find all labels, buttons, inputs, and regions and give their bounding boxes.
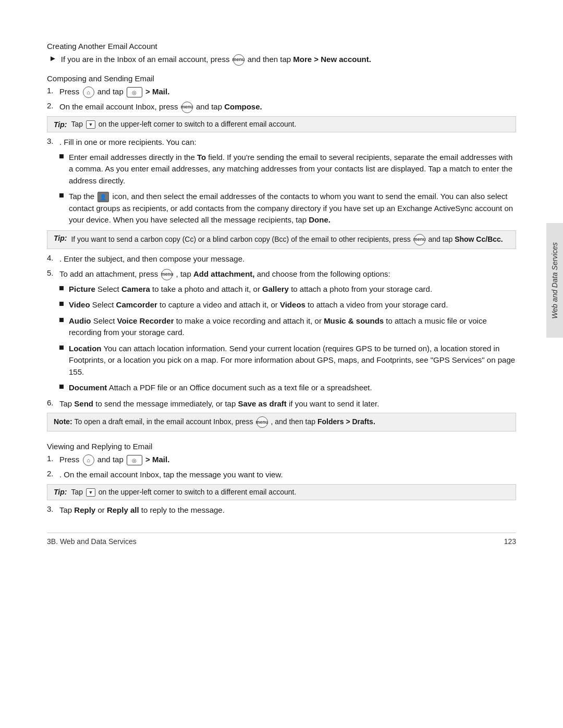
tip2-text: If you want to send a carbon copy (Cc) o…: [71, 234, 503, 245]
att-audio-text: Audio Select Voice Recorder to make a vo…: [69, 315, 516, 339]
sq-bullet-audio-icon: [59, 318, 64, 322]
mail-label: > Mail.: [145, 87, 169, 96]
viewing-step3-text: Tap Reply or Reply all to reply to the m…: [59, 504, 225, 516]
tip-box-2: Tip: If you want to send a carbon copy (…: [47, 230, 516, 249]
viewing-step2-num: 2.: [47, 469, 59, 478]
sub-bullet-1-text: Enter email addresses directly in the To…: [69, 152, 516, 187]
att-audio-item: Audio Select Voice Recorder to make a vo…: [59, 315, 516, 339]
section-composing-heading: Composing and Sending Email: [47, 74, 516, 83]
sq-bullet-location-icon: [59, 346, 64, 350]
step5-text: To add an attachment, press menu , tap A…: [59, 268, 390, 280]
note-text: To open a draft email, in the email acco…: [74, 417, 375, 426]
composing-step1: 1. Press ⌂ and tap ◎ > Mail.: [47, 86, 516, 98]
contact-person-icon: 👤: [97, 192, 109, 202]
tip2-label: Tip:: [54, 234, 67, 242]
creating-email-text: If you are in the Inbox of an email acco…: [61, 54, 371, 66]
att-location-item: Location You can attach location informa…: [59, 343, 516, 378]
home-button-icon: ⌂: [83, 87, 94, 98]
tip3-label: Tip:: [54, 488, 67, 496]
side-tab-text: Web and Data Services: [550, 242, 559, 319]
viewing-step1-text: Press ⌂ and tap ◎ > Mail.: [59, 454, 169, 466]
step4-num: 4.: [47, 253, 59, 262]
step3-num: 3.: [47, 137, 59, 145]
viewing-heading-text: Viewing and Replying to Email: [47, 442, 152, 451]
sub-bullets-list: Enter email addresses directly in the To…: [59, 152, 516, 226]
menu-button3-icon: menu: [414, 234, 425, 245]
sub-bullet-2-text: Tap the 👤 icon, and then select the emai…: [69, 191, 516, 226]
section-creating-heading: Creating Another Email Account: [47, 42, 516, 51]
sq-bullet-video-icon: [59, 302, 64, 306]
composing-step2: 2. On the email account Inbox, press men…: [47, 101, 516, 113]
composing-step3: 3. . Fill in one or more recipients. You…: [47, 137, 516, 149]
att-document-item: Document Attach a PDF file or an Office …: [59, 382, 516, 394]
step6-num: 6.: [47, 398, 59, 407]
compose-label: Compose.: [224, 102, 262, 111]
step2-num: 2.: [47, 101, 59, 110]
step1-text: Press ⌂ and tap ◎ > Mail.: [59, 86, 169, 98]
att-document-text: Document Attach a PDF file or an Office …: [69, 382, 516, 394]
att-picture-item: Picture Select Camera to take a photo an…: [59, 283, 516, 295]
square-bullet-icon-1: [59, 154, 64, 158]
sq-bullet-picture-icon: [59, 286, 64, 290]
composing-step6: 6. Tap Send to send the message immediat…: [47, 398, 516, 410]
att-video-item: Video Select Camcorder to capture a vide…: [59, 299, 516, 311]
step5-num: 5.: [47, 268, 59, 277]
section-viewing-heading: Viewing and Replying to Email: [47, 442, 516, 451]
sub-bullet-2: Tap the 👤 icon, and then select the emai…: [59, 191, 516, 226]
step3-text: . Fill in one or more recipients. You ca…: [59, 137, 197, 149]
viewing-step1: 1. Press ⌂ and tap ◎ > Mail.: [47, 454, 516, 466]
note-label: Note:: [54, 417, 72, 426]
apps-button2-icon: ◎: [127, 455, 142, 465]
menu-button4-icon: menu: [161, 269, 173, 280]
step2-text: On the email account Inbox, press menu a…: [59, 101, 262, 113]
creating-email-bullet: ► If you are in the Inbox of an email ac…: [49, 54, 516, 66]
menu-button-icon: menu: [233, 54, 244, 66]
step1-num: 1.: [47, 86, 59, 95]
att-video-text: Video Select Camcorder to capture a vide…: [69, 299, 516, 311]
creating-heading-text: Creating Another Email Account: [47, 42, 157, 51]
menu-button5-icon: menu: [256, 416, 268, 428]
viewing-step3: 3. Tap Reply or Reply all to reply to th…: [47, 504, 516, 516]
tip3-content: Tap ▼ on the upper-left corner to switch…: [71, 488, 296, 497]
composing-step5: 5. To add an attachment, press menu , ta…: [47, 268, 516, 280]
apps-button-icon: ◎: [127, 87, 142, 97]
sub-bullet-1: Enter email addresses directly in the To…: [59, 152, 516, 187]
tip1-label: Tip:: [54, 120, 67, 129]
composing-step4: 4. . Enter the subject, and then compose…: [47, 253, 516, 265]
tip1-content: Tap ▼ on the upper-left corner to switch…: [71, 120, 296, 129]
attachment-sub-bullets: Picture Select Camera to take a photo an…: [59, 283, 516, 394]
menu-button2-icon: menu: [181, 102, 193, 113]
home-button2-icon: ⌂: [83, 454, 94, 466]
viewing-step1-num: 1.: [47, 454, 59, 463]
footer-page-number: 123: [504, 537, 516, 546]
sq-bullet-document-icon: [59, 385, 64, 389]
step4-text: . Enter the subject, and then compose yo…: [59, 253, 244, 265]
more-new-account-text: More > New account.: [293, 55, 371, 64]
step6-text: Tap Send to send the message immediately…: [59, 398, 379, 410]
footer-left-text: 3B. Web and Data Services: [47, 537, 137, 546]
page-footer: 3B. Web and Data Services 123: [47, 533, 516, 546]
note-box: Note: To open a draft email, in the emai…: [47, 413, 516, 431]
viewing-step2-text: . On the email account Inbox, tap the me…: [59, 469, 283, 481]
arrow-icon: ►: [49, 54, 57, 63]
dropdown-arrow-icon-2: ▼: [86, 488, 95, 497]
att-picture-text: Picture Select Camera to take a photo an…: [69, 283, 516, 295]
side-tab: Web and Data Services: [546, 223, 563, 338]
tip-box-1: Tip: Tap ▼ on the upper-left corner to s…: [47, 116, 516, 132]
composing-heading-text: Composing and Sending Email: [47, 74, 154, 83]
viewing-step2: 2. . On the email account Inbox, tap the…: [47, 469, 516, 481]
att-location-text: Location You can attach location informa…: [69, 343, 516, 378]
tip2-content: Tip: If you want to send a carbon copy (…: [54, 234, 509, 245]
square-bullet-icon-2: [59, 193, 64, 198]
viewing-step3-num: 3.: [47, 504, 59, 513]
dropdown-arrow-icon-1: ▼: [86, 120, 95, 129]
tip-box-3: Tip: Tap ▼ on the upper-left corner to s…: [47, 484, 516, 500]
